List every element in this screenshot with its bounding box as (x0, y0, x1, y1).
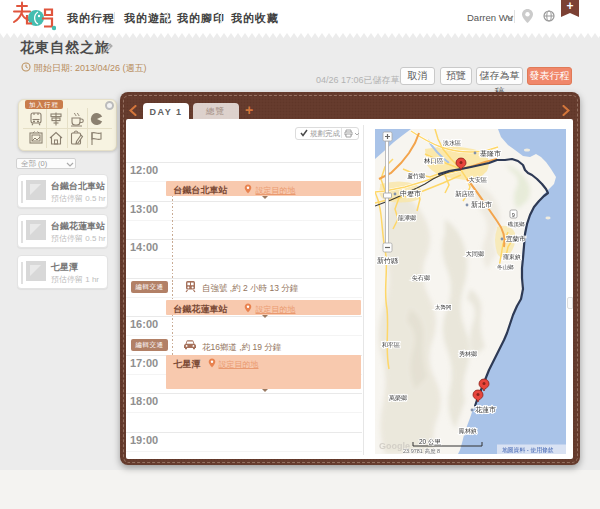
svg-text:龍潭鄉: 龍潭鄉 (398, 214, 416, 221)
svg-text:冬山鄉: 冬山鄉 (497, 264, 514, 270)
svg-text:鳳林鎮: 鳳林鎮 (459, 428, 477, 434)
svg-text:尖石鄉: 尖石鄉 (412, 274, 430, 282)
svg-text:新竹縣: 新竹縣 (377, 256, 398, 265)
svg-text:大同鄉: 大同鄉 (466, 250, 484, 257)
svg-text:太魯閣: 太魯閣 (435, 304, 452, 310)
svg-text:中壢市: 中壢市 (400, 189, 421, 197)
svg-text:淡水區: 淡水區 (443, 139, 461, 146)
svg-text:大安區: 大安區 (469, 176, 487, 183)
svg-text:萬榮鄉: 萬榮鄉 (389, 394, 407, 401)
svg-text:9: 9 (512, 212, 515, 218)
svg-text:20 公里: 20 公里 (419, 438, 442, 445)
svg-text:新店區: 新店區 (455, 190, 475, 198)
svg-text:羅東鎮: 羅東鎮 (503, 254, 521, 260)
svg-text:新北市: 新北市 (471, 200, 492, 209)
svg-text:礁溪鄉: 礁溪鄉 (507, 221, 525, 228)
svg-text:和平區: 和平區 (382, 341, 400, 348)
svg-text:地圖資料 - 使用條款: 地圖資料 - 使用條款 (502, 446, 554, 454)
svg-text:宜蘭市: 宜蘭市 (506, 235, 526, 242)
svg-text:23.9781 高度 8: 23.9781 高度 8 (403, 448, 440, 454)
svg-text:蘆竹鄉: 蘆竹鄉 (407, 172, 425, 180)
svg-text:林口區: 林口區 (423, 157, 444, 165)
svg-text:花蓮市: 花蓮市 (475, 405, 496, 414)
svg-text:基隆市: 基隆市 (480, 149, 501, 157)
svg-text:秀林鄉: 秀林鄉 (459, 350, 477, 358)
